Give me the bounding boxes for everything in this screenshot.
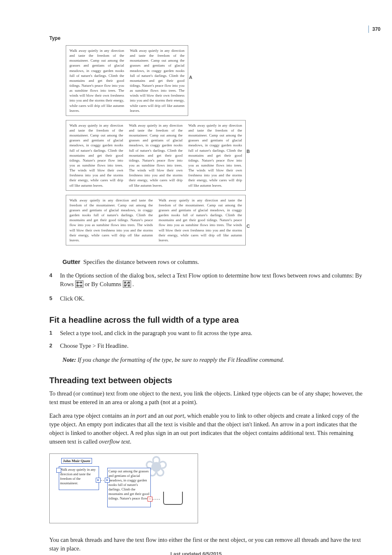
gutter-desc: Specifies the distance between rows or c… [83, 259, 199, 265]
fit-step-2: 2 Choose Type > Fit Headline. [49, 342, 363, 350]
footer-last-updated: Last updated 6/5/2015 [0, 551, 392, 555]
svg-rect-9 [128, 285, 130, 287]
page-number: 370 [368, 25, 380, 33]
step-number: 5 [49, 294, 54, 303]
in-port-icon: ▸ [105, 478, 110, 483]
step-text: Click OK. [60, 294, 85, 303]
step-text: Select a type tool, and click in the par… [60, 329, 252, 338]
diagram-label-a: A [189, 75, 192, 80]
threading-p3: You can break threads and have the text … [49, 536, 363, 553]
fit-headline-heading: Fit a headline across the full width of … [49, 315, 363, 325]
out-port-icon: ▸ [96, 478, 101, 483]
step-5: 5 Click OK. [49, 294, 363, 303]
cup-outline-icon [163, 492, 183, 505]
svg-rect-4 [80, 285, 82, 287]
step-number: 2 [49, 342, 54, 350]
diagram-text: Walk away quietly in any direction and t… [69, 198, 153, 243]
diagram-panel-c: Walk away quietly in any direction and t… [66, 195, 246, 245]
diagram-label-c: C [247, 224, 250, 229]
diagram-text: Walk away quietly in any direction and t… [69, 123, 123, 188]
svg-rect-1 [76, 282, 78, 283]
overflow-port-icon: + [148, 497, 152, 502]
gutter-definition: Gutter Specifies the distance between ro… [62, 258, 363, 266]
page: Type 370 Walk away quietly in any direct… [0, 0, 392, 555]
gutter-term: Gutter [62, 259, 81, 265]
step-text: In the Options section of the dialog box… [60, 271, 363, 290]
threading-p1: To thread (or continue) text from one ob… [49, 389, 363, 407]
figure-text-box-1: Walk away quietly in any direction and t… [59, 466, 99, 490]
svg-rect-2 [80, 282, 82, 283]
svg-rect-7 [124, 285, 126, 287]
diagram-panel-b: Walk away quietly in any direction and t… [66, 120, 246, 191]
diagram-panel-a: Walk away quietly in any direction and t… [66, 45, 188, 116]
threading-figure: ❀ John Muir Quote Walk away quietly in a… [49, 453, 198, 523]
diagram-text: Walk away quietly in any direction and t… [188, 123, 242, 188]
section-label: Type [49, 35, 60, 41]
overflow-text-term: overflow text [99, 438, 130, 445]
in-port-term: in port [130, 412, 146, 419]
step-number: 4 [49, 271, 54, 290]
svg-rect-6 [124, 282, 126, 283]
threading-heading: Threading text between objects [49, 376, 363, 385]
by-columns-icon [123, 280, 131, 290]
diagram-text: Walk away quietly in any direction and t… [69, 48, 124, 113]
fit-headline-note: Note: If you change the formatting of th… [62, 356, 363, 363]
figure-label: John Muir Quote [61, 458, 92, 464]
in-port-icon [56, 468, 61, 473]
diagram-label-b: B [247, 149, 250, 154]
columns-diagram: Walk away quietly in any direction and t… [66, 45, 263, 245]
note-label: Note: [62, 356, 76, 363]
out-port-term: out port [165, 412, 184, 419]
overflow-callout-line [152, 499, 160, 500]
diagram-text: Walk away quietly in any direction and t… [129, 123, 183, 188]
diagram-text: Walk away quietly in any direction and t… [130, 48, 184, 113]
step-text: Choose Type > Fit Headline. [60, 342, 129, 350]
fit-step-1: 1 Select a type tool, and click in the p… [49, 329, 363, 338]
step-number: 1 [49, 329, 54, 338]
figure-text-box-2: Camp out among the grasses and gentians … [107, 468, 151, 507]
svg-rect-3 [76, 285, 78, 287]
threading-p2: Each area type object contains an in por… [49, 412, 363, 446]
svg-rect-8 [128, 282, 130, 283]
by-rows-icon [75, 280, 83, 290]
step-4: 4 In the Options section of the dialog b… [49, 271, 363, 290]
diagram-text: Walk away quietly in any direction and t… [159, 198, 242, 243]
